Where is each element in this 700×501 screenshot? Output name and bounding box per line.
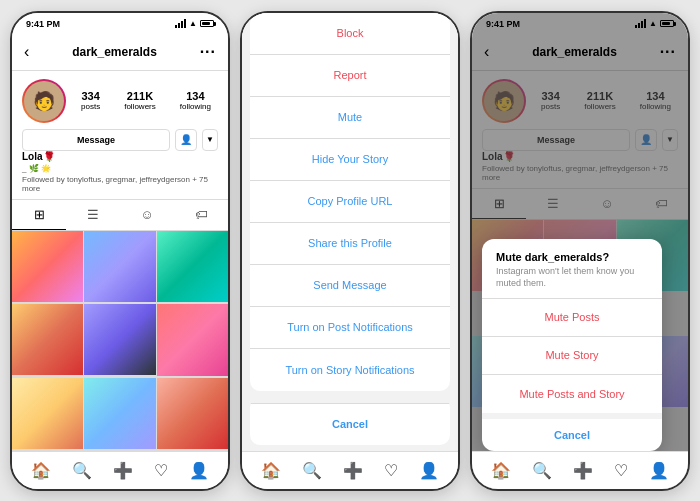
right-phone: 9:41 PM ▲ ‹ dark_emeralds ··· 🧑 334 post… bbox=[470, 11, 690, 491]
stats-container: 334 posts 211K followers 134 following bbox=[74, 90, 218, 111]
following-label: following bbox=[180, 102, 211, 111]
block-menu-item[interactable]: Block bbox=[250, 13, 450, 55]
battery-icon bbox=[200, 20, 214, 27]
home-icon-right[interactable]: 🏠 bbox=[491, 461, 511, 480]
home-icon[interactable]: 🏠 bbox=[31, 461, 51, 480]
mute-posts-and-story-option[interactable]: Mute Posts and Story bbox=[482, 375, 662, 413]
profile-username-left: dark_emeralds bbox=[72, 45, 157, 59]
left-phone: 9:41 PM ▲ ‹ dark_emeralds ··· 🧑 334 post… bbox=[10, 11, 230, 491]
profile-sub: _ 🌿 🌟 bbox=[22, 164, 218, 173]
heart-icon-mid[interactable]: ♡ bbox=[384, 461, 398, 480]
middle-phone: 9:41 PM ▲ ‹ dark_emeralds ··· Block Repo… bbox=[240, 11, 460, 491]
photo-5[interactable] bbox=[84, 304, 155, 375]
follow-icon-button[interactable]: 👤 bbox=[175, 129, 197, 151]
back-button-left[interactable]: ‹ bbox=[24, 43, 29, 61]
bottom-nav-left: 🏠 🔍 ➕ ♡ 👤 bbox=[12, 451, 228, 489]
followers-label: followers bbox=[124, 102, 156, 111]
profile-icon[interactable]: 👤 bbox=[189, 461, 209, 480]
photo-7[interactable] bbox=[12, 378, 83, 449]
tab-saved[interactable]: 🏷 bbox=[174, 200, 228, 230]
avatar-ring: 🧑 bbox=[22, 79, 66, 123]
photo-3[interactable] bbox=[157, 231, 228, 302]
story-notifications-menu-item[interactable]: Turn on Story Notifications bbox=[250, 349, 450, 391]
profile-icon-mid[interactable]: 👤 bbox=[419, 461, 439, 480]
posts-label: posts bbox=[81, 102, 100, 111]
mute-menu-item[interactable]: Mute bbox=[250, 97, 450, 139]
send-message-menu-item[interactable]: Send Message bbox=[250, 265, 450, 307]
stat-followers: 211K followers bbox=[124, 90, 156, 111]
post-notifications-menu-item[interactable]: Turn on Post Notifications bbox=[250, 307, 450, 349]
tab-grid[interactable]: ⊞ bbox=[12, 200, 66, 230]
message-button[interactable]: Message bbox=[22, 129, 170, 151]
heart-icon-right[interactable]: ♡ bbox=[614, 461, 628, 480]
mute-dialog-subtitle: Instagram won't let them know you muted … bbox=[496, 266, 648, 289]
photo-grid bbox=[12, 231, 228, 451]
stat-following: 134 following bbox=[180, 90, 211, 111]
posts-count: 334 bbox=[81, 90, 99, 102]
profile-name: Lola🌹 bbox=[22, 151, 218, 162]
signal-icon bbox=[175, 19, 186, 28]
add-icon-mid[interactable]: ➕ bbox=[343, 461, 363, 480]
profile-tabs: ⊞ ☰ ☺ 🏷 bbox=[12, 200, 228, 231]
bottom-nav-mid: 🏠 🔍 ➕ ♡ 👤 bbox=[242, 451, 458, 489]
photo-9[interactable] bbox=[157, 378, 228, 449]
profile-top: 🧑 334 posts 211K followers 134 following bbox=[22, 79, 218, 123]
cancel-button-mid[interactable]: Cancel bbox=[250, 403, 450, 445]
heart-icon[interactable]: ♡ bbox=[154, 461, 168, 480]
report-menu-item[interactable]: Report bbox=[250, 55, 450, 97]
copy-url-menu-item[interactable]: Copy Profile URL bbox=[250, 181, 450, 223]
bottom-nav-right: 🏠 🔍 ➕ ♡ 👤 bbox=[472, 451, 688, 489]
nav-bar-left: ‹ dark_emeralds ··· bbox=[12, 35, 228, 71]
add-icon[interactable]: ➕ bbox=[113, 461, 133, 480]
more-button-left[interactable]: ··· bbox=[200, 43, 216, 61]
wifi-icon: ▲ bbox=[189, 19, 197, 28]
status-icons-left: ▲ bbox=[175, 19, 214, 28]
profile-icon-right[interactable]: 👤 bbox=[649, 461, 669, 480]
search-icon-mid[interactable]: 🔍 bbox=[302, 461, 322, 480]
photo-1[interactable] bbox=[12, 231, 83, 302]
mute-dialog-title: Mute dark_emeralds? bbox=[496, 251, 648, 263]
tab-tagged[interactable]: ☺ bbox=[120, 200, 174, 230]
time-left: 9:41 PM bbox=[26, 19, 60, 29]
photo-2[interactable] bbox=[84, 231, 155, 302]
add-icon-right[interactable]: ➕ bbox=[573, 461, 593, 480]
share-profile-menu-item[interactable]: Share this Profile bbox=[250, 223, 450, 265]
menu-sheet: Block Report Mute Hide Your Story Copy P… bbox=[242, 11, 458, 451]
mute-dialog: Mute dark_emeralds? Instagram won't let … bbox=[482, 239, 662, 450]
home-icon-mid[interactable]: 🏠 bbox=[261, 461, 281, 480]
menu-group-main: Block Report Mute Hide Your Story Copy P… bbox=[250, 13, 450, 391]
followers-count: 211K bbox=[127, 90, 153, 102]
chevron-button[interactable]: ▼ bbox=[202, 129, 218, 151]
stat-posts: 334 posts bbox=[81, 90, 100, 111]
followed-by: Followed by tonyloftus, gregmar, jeffrey… bbox=[22, 175, 218, 193]
profile-section-left: 🧑 334 posts 211K followers 134 following… bbox=[12, 71, 228, 200]
photo-6[interactable] bbox=[157, 304, 228, 375]
cancel-group: Cancel bbox=[250, 397, 450, 445]
profile-actions: Message 👤 ▼ bbox=[22, 129, 218, 151]
search-icon-right[interactable]: 🔍 bbox=[532, 461, 552, 480]
avatar: 🧑 bbox=[24, 81, 64, 121]
search-icon[interactable]: 🔍 bbox=[72, 461, 92, 480]
hide-story-menu-item[interactable]: Hide Your Story bbox=[250, 139, 450, 181]
mute-story-option[interactable]: Mute Story bbox=[482, 337, 662, 375]
status-bar-left: 9:41 PM ▲ bbox=[12, 13, 228, 35]
following-count: 134 bbox=[186, 90, 204, 102]
mute-cancel-button[interactable]: Cancel bbox=[482, 413, 662, 451]
mute-posts-option[interactable]: Mute Posts bbox=[482, 299, 662, 337]
mute-dialog-header: Mute dark_emeralds? Instagram won't let … bbox=[482, 239, 662, 298]
tab-list[interactable]: ☰ bbox=[66, 200, 120, 230]
photo-8[interactable] bbox=[84, 378, 155, 449]
mute-overlay: Mute dark_emeralds? Instagram won't let … bbox=[472, 13, 688, 489]
photo-4[interactable] bbox=[12, 304, 83, 375]
